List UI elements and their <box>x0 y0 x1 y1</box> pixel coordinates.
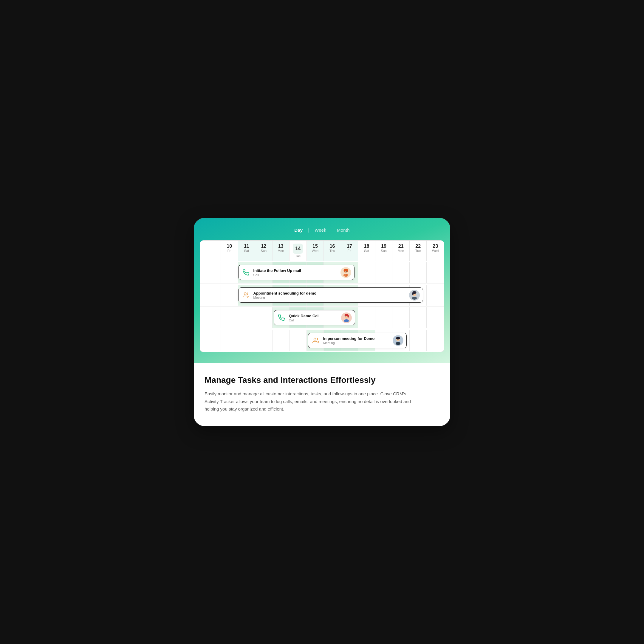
event-text-4: In person meeting for Demo Meeting <box>323 336 390 345</box>
event-card-1[interactable]: Initiate the Follow Up mail Call <box>238 265 355 280</box>
svg-point-9 <box>345 271 346 272</box>
cal-row-2: Appointment scheduling for demo Meeting <box>200 284 444 306</box>
calendar-grid: 10 Fri 11 Sat 12 Sun 13 Mon <box>200 240 444 352</box>
svg-point-33 <box>398 339 399 340</box>
event-avatar-2 <box>409 290 420 301</box>
event-text-2: Appointment scheduling for demo Meeting <box>253 291 406 299</box>
header-cell-22[interactable]: 22 Tue <box>410 241 427 261</box>
tab-day[interactable]: Day <box>289 226 308 234</box>
event-title-1: Initiate the Follow Up mail <box>253 268 338 273</box>
event-card-4[interactable]: In person meeting for Demo Meeting <box>308 333 407 348</box>
description: Easily monitor and manage all customer i… <box>205 390 413 413</box>
cell-r2-10 <box>221 285 238 306</box>
cal-row-3: Quick Demo Call Call <box>200 306 444 329</box>
cell-r2-23 <box>427 285 444 306</box>
cell-r3-empty <box>200 307 221 328</box>
cell-r3-21 <box>392 307 410 328</box>
svg-point-17 <box>414 294 414 294</box>
cell-r3-22 <box>410 307 427 328</box>
calendar-section: Day | Week Month 10 Fri 11 Sat <box>194 218 450 363</box>
svg-point-16 <box>412 292 414 295</box>
view-tabs: Day | Week Month <box>200 226 444 234</box>
cell-r4-11 <box>238 330 256 351</box>
header-cell-empty <box>200 241 221 261</box>
person-icon-4 <box>311 336 320 345</box>
cell-r3-19 <box>375 307 393 328</box>
calendar-header: 10 Fri 11 Sat 12 Sun 13 Mon <box>200 241 444 261</box>
cell-r3-10 <box>221 307 238 328</box>
event-card-3[interactable]: Quick Demo Call Call <box>274 310 355 325</box>
svg-rect-3 <box>345 274 345 276</box>
phone-icon <box>241 268 250 277</box>
svg-rect-4 <box>346 274 347 276</box>
event-type-2: Meeting <box>253 296 406 299</box>
header-cell-16[interactable]: 16 Thu <box>324 241 341 261</box>
svg-point-20 <box>344 319 349 322</box>
phone-icon-3 <box>277 313 286 322</box>
cell-r4-13 <box>273 330 290 351</box>
header-cell-13[interactable]: 13 Mon <box>273 241 290 261</box>
tab-week[interactable]: Week <box>309 226 332 234</box>
cell-r1-23 <box>427 262 444 283</box>
event-title-3: Quick Demo Call <box>289 314 338 318</box>
header-cell-15[interactable]: 15 Wed <box>307 241 324 261</box>
event-type-1: Call <box>253 273 338 277</box>
header-cell-18[interactable]: 18 Sat <box>358 241 375 261</box>
cell-r2-empty <box>200 285 221 306</box>
svg-point-25 <box>347 316 348 317</box>
cell-r1-19 <box>375 262 393 283</box>
event-type-3: Call <box>289 318 338 322</box>
event-text-1: Initiate the Follow Up mail Call <box>253 268 338 277</box>
cell-r4-empty <box>200 330 221 351</box>
header-cell-14[interactable]: 14 Tue <box>290 241 307 261</box>
cell-r1-18 <box>358 262 375 283</box>
person-icon-2 <box>241 291 250 300</box>
svg-point-26 <box>314 338 316 340</box>
cell-r4-10 <box>221 330 238 351</box>
svg-point-18 <box>415 294 416 294</box>
cell-r1-22 <box>410 262 427 283</box>
svg-point-24 <box>346 316 346 317</box>
header-cell-10[interactable]: 10 Fri <box>221 241 238 261</box>
header-cell-19[interactable]: 19 Sun <box>375 241 393 261</box>
cal-row-1: Initiate the Follow Up mail Call <box>200 261 444 284</box>
svg-point-23 <box>348 315 349 318</box>
event-text-3: Quick Demo Call Call <box>289 314 338 322</box>
cell-r3-18 <box>358 307 375 328</box>
svg-point-13 <box>412 297 417 300</box>
cell-r1-empty <box>200 262 221 283</box>
event-card-2[interactable]: Appointment scheduling for demo Meeting <box>238 287 423 303</box>
svg-rect-31 <box>396 338 400 339</box>
svg-point-10 <box>346 271 347 272</box>
cell-r3-12 <box>255 307 273 328</box>
cell-r4-14 <box>290 330 307 351</box>
event-avatar-1 <box>340 267 351 278</box>
header-cell-17[interactable]: 17 Fri <box>341 241 358 261</box>
svg-point-11 <box>244 293 246 295</box>
event-type-4: Meeting <box>323 341 390 345</box>
header-cell-12[interactable]: 12 Sun <box>255 241 273 261</box>
svg-point-2 <box>343 274 348 277</box>
cell-r1-10 <box>221 262 238 283</box>
main-card: Day | Week Month 10 Fri 11 Sat <box>194 218 450 426</box>
cell-r4-23 <box>427 330 444 351</box>
headline: Manage Tasks and Interactions Effortless… <box>205 375 439 385</box>
header-cell-21[interactable]: 21 Mon <box>392 241 410 261</box>
header-cell-11[interactable]: 11 Sat <box>238 241 256 261</box>
cell-r4-12 <box>255 330 273 351</box>
cal-row-4: In person meeting for Demo Meeting <box>200 329 444 352</box>
svg-point-32 <box>397 339 397 340</box>
cell-r3-11 <box>238 307 256 328</box>
cell-r1-21 <box>392 262 410 283</box>
event-avatar-4 <box>393 335 403 346</box>
header-cell-23[interactable]: 23 Wed <box>427 241 444 261</box>
text-section: Manage Tasks and Interactions Effortless… <box>194 363 450 426</box>
cell-r4-22 <box>410 330 427 351</box>
event-title-4: In person meeting for Demo <box>323 336 390 341</box>
svg-point-28 <box>396 342 400 345</box>
event-title-2: Appointment scheduling for demo <box>253 291 406 295</box>
tab-month[interactable]: Month <box>332 226 355 234</box>
event-avatar-3 <box>341 312 352 323</box>
cell-r3-23 <box>427 307 444 328</box>
